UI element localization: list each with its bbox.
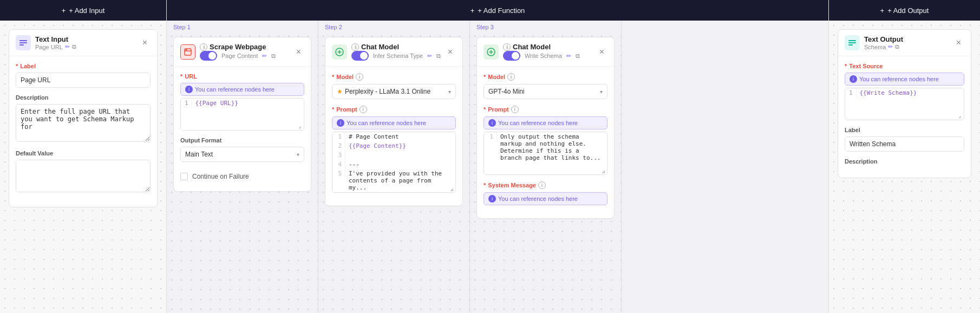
text-source-field-group: * Text Source i You can reference nodes … bbox=[845, 63, 964, 120]
scrape-edit-icon[interactable]: ✏ bbox=[262, 53, 267, 60]
model-field-group-1: * Model i ★Perplexity - LLaMa 3.1 Online… bbox=[332, 73, 456, 99]
step-2-column: Step 2 ℹ Chat Model bbox=[318, 21, 470, 313]
output-label-input[interactable] bbox=[845, 136, 964, 152]
description-textarea[interactable]: Enter the full page URL that you want to… bbox=[16, 104, 151, 142]
model-field-group-2: * Model i GPT-4o Mini ▾ bbox=[484, 73, 607, 99]
text-output-icon bbox=[845, 35, 860, 50]
add-function-button[interactable]: + + Add Function bbox=[167, 0, 828, 21]
model-info-icon-1: i bbox=[356, 73, 363, 81]
text-source-code-area: 1 {{Write Schema}} ◢ bbox=[845, 88, 964, 120]
prompt-ref-banner-2[interactable]: i You can reference nodes here bbox=[484, 116, 607, 129]
star-icon: ★ bbox=[337, 88, 343, 95]
scrape-card-header: ℹ Scrape Webpage Page Content ✏ ⧉ bbox=[174, 37, 311, 66]
chat-2-icon bbox=[484, 44, 499, 60]
default-value-textarea[interactable] bbox=[16, 160, 151, 192]
chat1-edit-icon[interactable]: ✏ bbox=[427, 53, 432, 60]
text-input-card: Text Input Page URL ✏ ⧉ × * Label bbox=[9, 29, 158, 207]
output-copy-icon[interactable]: ⧉ bbox=[895, 43, 899, 50]
step-1-label: Step 1 bbox=[167, 21, 318, 31]
model-select-1[interactable]: ★Perplexity - LLaMa 3.1 Online ▾ bbox=[332, 84, 456, 99]
input-column: + + Add Input Text Input Page URL ✏ ⧉ bbox=[0, 0, 167, 313]
edit-icon[interactable]: ✏ bbox=[65, 43, 70, 50]
text-output-card: Text Output Schema ✏ ⧉ × * Text Source bbox=[838, 29, 971, 178]
prompt-resize-2[interactable]: ◢ bbox=[602, 169, 607, 174]
system-message-ref-text: You can reference nodes here bbox=[498, 195, 578, 202]
add-input-label: + Add Input bbox=[69, 6, 104, 15]
prompt-field-group-2: * Prompt i i You can reference nodes her… bbox=[484, 106, 607, 175]
url-ref-banner[interactable]: i You can reference nodes here bbox=[180, 83, 304, 96]
default-value-field-group: Default Value bbox=[16, 150, 151, 194]
step-3-canvas: ℹ Chat Model Write Schema ✏ ⧉ bbox=[470, 31, 621, 313]
chat1-toggle[interactable] bbox=[351, 51, 369, 61]
chat2-card-body: * Model i GPT-4o Mini ▾ * bbox=[477, 66, 614, 218]
chat2-edit-icon[interactable]: ✏ bbox=[566, 53, 571, 60]
system-message-info-icon: i bbox=[538, 181, 546, 189]
chat1-card-header: ℹ Chat Model Infer Schema Type ✏ ⧉ bbox=[325, 37, 462, 66]
prompt-ref-banner-1[interactable]: i You can reference nodes here bbox=[332, 116, 456, 129]
output-card-body: * Text Source i You can reference nodes … bbox=[838, 56, 971, 178]
svg-rect-9 bbox=[848, 44, 853, 45]
add-input-button[interactable]: + + Add Input bbox=[0, 0, 166, 21]
chat2-copy-icon[interactable]: ⧉ bbox=[576, 53, 580, 60]
prompt-ref-text-2: You can reference nodes here bbox=[498, 120, 578, 126]
system-message-label: * System Message i bbox=[484, 181, 607, 189]
output-resize-handle[interactable]: ◢ bbox=[958, 114, 964, 120]
prompt-ref-text-1: You can reference nodes here bbox=[347, 120, 426, 126]
close-button[interactable]: × bbox=[139, 37, 151, 49]
output-label-label: Label bbox=[845, 127, 964, 133]
chat1-close-button[interactable]: × bbox=[445, 46, 456, 58]
scrape-card-body: * URL i You can reference nodes here bbox=[174, 66, 311, 191]
input-canvas: Text Input Page URL ✏ ⧉ × * Label bbox=[0, 21, 166, 313]
output-line-num: 1 bbox=[845, 88, 856, 97]
chat2-toggle[interactable] bbox=[503, 51, 520, 61]
add-function-label: + Add Function bbox=[478, 6, 525, 15]
prompt-resize-1[interactable]: ◢ bbox=[450, 187, 455, 192]
chevron-model-1: ▾ bbox=[448, 89, 451, 95]
system-message-ref-banner[interactable]: i You can reference nodes here bbox=[484, 192, 607, 205]
card-header: Text Input Page URL ✏ ⧉ × bbox=[9, 30, 157, 56]
output-description-field-group: Description bbox=[845, 158, 964, 165]
resize-handle[interactable]: ◢ bbox=[298, 125, 304, 130]
model-label-1: * Model i bbox=[332, 73, 456, 81]
line-num-1: 1 bbox=[181, 99, 192, 108]
continue-failure-checkbox[interactable] bbox=[180, 173, 188, 180]
default-value-label: Default Value bbox=[16, 150, 151, 156]
svg-rect-0 bbox=[19, 40, 27, 41]
scrape-close-button[interactable]: × bbox=[293, 46, 304, 58]
chat1-card-body: * Model i ★Perplexity - LLaMa 3.1 Online… bbox=[325, 66, 462, 206]
url-ref-text: You can reference nodes here bbox=[195, 86, 275, 93]
scrape-copy-icon[interactable]: ⧉ bbox=[271, 53, 276, 60]
description-field-group: Description Enter the full page URL that… bbox=[16, 94, 151, 144]
output-edit-icon[interactable]: ✏ bbox=[888, 43, 893, 50]
scrape-subtitle-row: Page Content ✏ ⧉ bbox=[200, 51, 276, 61]
add-output-label: + Add Output bbox=[887, 6, 929, 15]
chat2-card-header: ℹ Chat Model Write Schema ✏ ⧉ bbox=[477, 37, 614, 66]
text-source-ref-banner[interactable]: i You can reference nodes here bbox=[845, 73, 964, 86]
svg-rect-7 bbox=[848, 40, 856, 41]
step-3-column: Step 3 ℹ Chat Model bbox=[470, 21, 622, 313]
step-1-canvas: ℹ Scrape Webpage Page Content ✏ ⧉ bbox=[167, 31, 318, 313]
output-close-button[interactable]: × bbox=[953, 37, 964, 49]
chat1-title: Chat Model bbox=[361, 43, 399, 51]
output-format-select[interactable]: Main Text ▾ bbox=[180, 147, 304, 162]
continue-failure-row: Continue on Failure bbox=[180, 168, 304, 185]
chat1-copy-icon[interactable]: ⧉ bbox=[436, 53, 441, 60]
url-code-area: 1 {{Page URL}} ◢ bbox=[180, 98, 304, 131]
label-input[interactable] bbox=[16, 73, 151, 88]
step-2-label: Step 2 bbox=[318, 21, 469, 31]
model-select-2[interactable]: GPT-4o Mini ▾ bbox=[484, 84, 607, 99]
ref-info-icon: i bbox=[185, 86, 193, 93]
output-description-label: Description bbox=[845, 158, 964, 165]
chat2-close-button[interactable]: × bbox=[596, 46, 607, 58]
info-icon-scrape: ℹ bbox=[200, 43, 207, 51]
chat1-subtitle-row: Infer Schema Type ✏ ⧉ bbox=[351, 51, 441, 61]
scrape-toggle[interactable] bbox=[200, 51, 217, 61]
line-content-1: {{Page URL}} bbox=[192, 99, 304, 108]
plus-icon-output: + bbox=[880, 6, 885, 15]
prompt-label-1: * Prompt i bbox=[332, 106, 456, 113]
chat-model-2-card: ℹ Chat Model Write Schema ✏ ⧉ bbox=[476, 37, 615, 219]
continue-failure-label: Continue on Failure bbox=[192, 173, 249, 180]
copy-icon[interactable]: ⧉ bbox=[72, 43, 76, 50]
prompt-field-group-1: * Prompt i i You can reference nodes her… bbox=[332, 106, 456, 193]
add-output-button[interactable]: + + Add Output bbox=[829, 0, 980, 21]
